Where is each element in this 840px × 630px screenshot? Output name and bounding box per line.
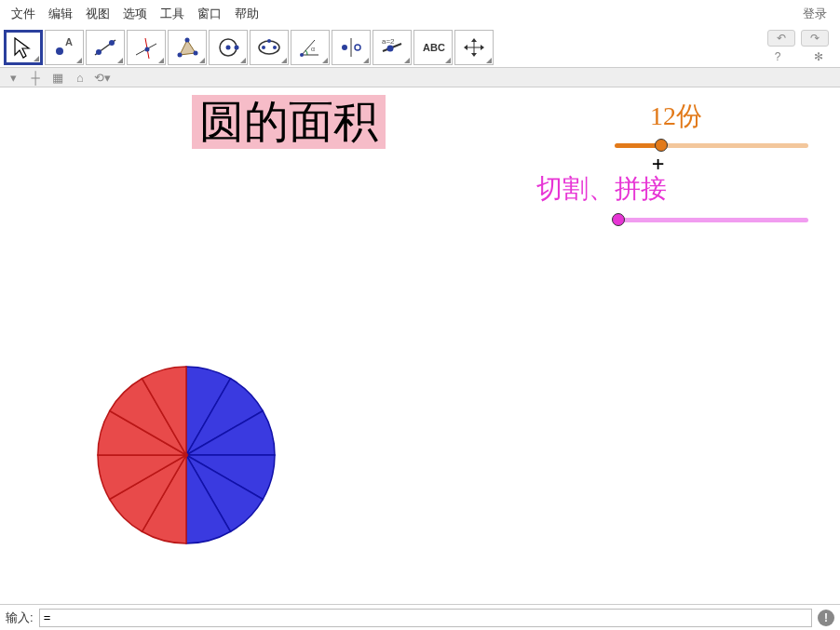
svg-point-7 <box>145 47 150 52</box>
graphics-view[interactable]: 圆的面积 12份 + 切割、拼接 <box>0 87 840 604</box>
circle-pie[interactable] <box>93 362 279 548</box>
menu-tools[interactable]: 工具 <box>156 4 188 24</box>
slider-cut-track[interactable] <box>615 218 808 222</box>
right-controls: ↶ ↷ ? ✻ <box>767 30 836 63</box>
svg-text:α: α <box>311 46 315 52</box>
slider-slices-track[interactable] <box>615 143 808 148</box>
input-bar: 输入: ! <box>0 604 840 630</box>
toolbar: A α a=2 <box>0 28 840 67</box>
ellipse-tool[interactable] <box>250 30 289 65</box>
slider-slices-thumb[interactable] <box>655 139 668 152</box>
svg-point-0 <box>56 47 63 55</box>
line-tool[interactable] <box>86 30 125 65</box>
move-view-tool[interactable] <box>454 30 494 65</box>
angle-tool[interactable]: α <box>291 30 330 65</box>
menu-window[interactable]: 窗口 <box>194 4 225 24</box>
svg-point-14 <box>235 46 239 50</box>
svg-point-23 <box>355 45 360 50</box>
redo-icon: ↷ <box>810 32 820 45</box>
svg-point-18 <box>267 39 271 43</box>
svg-text:A: A <box>65 36 73 47</box>
home-icon[interactable]: ⌂ <box>73 70 88 85</box>
svg-point-25 <box>387 46 394 52</box>
menu-edit[interactable]: 编辑 <box>45 4 76 24</box>
svg-point-17 <box>273 46 277 49</box>
secondary-toolbar: ▾ ┼ ▦ ⌂ ⟲▾ <box>0 67 840 87</box>
command-input[interactable] <box>39 609 812 627</box>
menu-view[interactable]: 视图 <box>82 4 114 24</box>
svg-point-22 <box>342 45 347 50</box>
axes-icon[interactable]: ┼ <box>28 70 43 85</box>
text-tool[interactable]: ABC <box>413 30 453 65</box>
point-tool[interactable]: A <box>45 30 84 65</box>
slider-label-slices: 12份 <box>650 99 702 134</box>
svg-point-13 <box>226 46 231 50</box>
slider-label-cut: 切割、拼接 <box>536 171 667 207</box>
menu-help[interactable]: 帮助 <box>231 4 263 24</box>
svg-point-10 <box>185 38 190 43</box>
help-icon[interactable]: ? <box>771 50 784 63</box>
svg-point-3 <box>96 49 102 55</box>
svg-point-9 <box>178 53 183 58</box>
svg-point-16 <box>262 46 265 49</box>
circle-tool[interactable] <box>209 30 248 65</box>
menu-file[interactable]: 文件 <box>7 4 39 24</box>
grid-icon[interactable]: ▦ <box>50 70 65 85</box>
login-link[interactable]: 登录 <box>797 4 833 24</box>
svg-text:ABC: ABC <box>423 42 445 53</box>
perpendicular-tool[interactable] <box>127 30 166 65</box>
svg-point-19 <box>300 53 304 57</box>
svg-point-11 <box>194 51 198 56</box>
svg-text:a=2: a=2 <box>382 37 395 46</box>
move-tool[interactable] <box>4 30 43 65</box>
redo-button[interactable]: ↷ <box>801 30 829 47</box>
slider-cut-thumb[interactable] <box>612 213 625 226</box>
undo-button[interactable]: ↶ <box>767 30 795 47</box>
slider-tool[interactable]: a=2 <box>373 30 412 65</box>
chevron-down-icon[interactable]: ▾ <box>6 70 20 85</box>
undo-icon: ↶ <box>777 32 786 45</box>
reflect-tool[interactable] <box>332 30 371 65</box>
menu-bar: 文件 编辑 视图 选项 工具 窗口 帮助 登录 <box>0 0 840 28</box>
warning-icon[interactable]: ! <box>818 610 834 626</box>
settings-icon[interactable]: ✻ <box>812 50 825 63</box>
menu-options[interactable]: 选项 <box>119 4 151 24</box>
polygon-tool[interactable] <box>168 30 207 65</box>
input-label: 输入: <box>6 610 34 626</box>
snap-icon[interactable]: ⟲▾ <box>95 70 110 85</box>
page-title[interactable]: 圆的面积 <box>192 95 386 149</box>
svg-point-4 <box>109 40 115 46</box>
